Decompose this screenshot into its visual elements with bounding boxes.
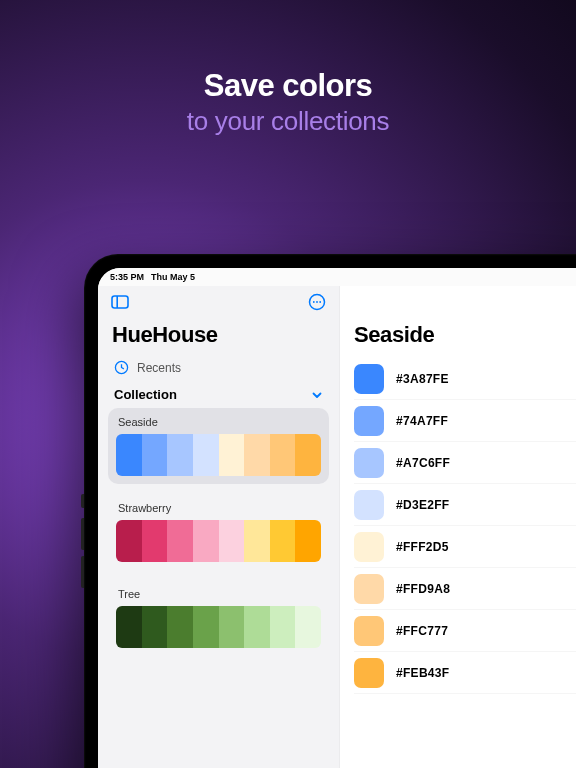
color-row[interactable]: #FFF2D5 xyxy=(354,526,576,568)
headline-subtitle: to your collections xyxy=(0,106,576,137)
collection-swatch-strip xyxy=(116,520,321,562)
status-date: Thu May 5 xyxy=(151,272,195,282)
svg-point-3 xyxy=(313,301,315,303)
color-hex: #FFD9A8 xyxy=(396,582,576,596)
svg-point-4 xyxy=(316,301,318,303)
ipad-frame: 5:35 PM Thu May 5 xyxy=(84,254,576,768)
swatch xyxy=(270,434,296,476)
status-time: 5:35 PM xyxy=(110,272,144,282)
color-swatch xyxy=(354,406,384,436)
volume-up-button xyxy=(81,518,84,550)
swatch xyxy=(142,434,168,476)
status-bar: 5:35 PM Thu May 5 xyxy=(98,268,576,286)
collection-swatch-strip xyxy=(116,606,321,648)
color-swatch xyxy=(354,448,384,478)
swatch xyxy=(244,434,270,476)
swatch xyxy=(219,434,245,476)
detail-toolbar: Edit xyxy=(340,286,576,318)
collection-section-header[interactable]: Collection xyxy=(98,385,339,408)
sidebar-toggle-icon[interactable] xyxy=(110,292,130,312)
swatch xyxy=(295,520,321,562)
color-hex: #A7C6FF xyxy=(396,456,576,470)
swatch xyxy=(193,520,219,562)
swatch xyxy=(142,520,168,562)
recents-label: Recents xyxy=(137,361,181,375)
swatch xyxy=(167,606,193,648)
color-hex: #3A87FE xyxy=(396,372,576,386)
swatch xyxy=(116,520,142,562)
collection-card[interactable]: Seaside xyxy=(108,408,329,484)
color-row[interactable]: #74A7FF xyxy=(354,400,576,442)
sidebar-toolbar xyxy=(98,286,339,318)
color-hex: #FFF2D5 xyxy=(396,540,576,554)
chevron-down-icon xyxy=(311,389,323,401)
svg-rect-0 xyxy=(112,296,128,308)
color-hex: #74A7FF xyxy=(396,414,576,428)
headline-title: Save colors xyxy=(0,68,576,104)
more-icon[interactable] xyxy=(307,292,327,312)
swatch xyxy=(193,606,219,648)
swatch xyxy=(142,606,168,648)
color-row[interactable]: #FFC777 xyxy=(354,610,576,652)
collection-section-label: Collection xyxy=(114,387,177,402)
swatch xyxy=(244,606,270,648)
swatch xyxy=(244,520,270,562)
sidebar: HueHouse Recents Collection SeasideSt xyxy=(98,286,340,768)
color-hex: #FFC777 xyxy=(396,624,576,638)
collection-card[interactable]: Strawberry xyxy=(108,494,329,570)
color-swatch xyxy=(354,364,384,394)
volume-down-button xyxy=(81,556,84,588)
collection-name: Tree xyxy=(116,588,321,606)
color-swatch xyxy=(354,574,384,604)
screen: 5:35 PM Thu May 5 xyxy=(98,268,576,768)
color-row[interactable]: #FEB43F xyxy=(354,652,576,694)
split-view: HueHouse Recents Collection SeasideSt xyxy=(98,286,576,768)
swatch xyxy=(167,520,193,562)
swatch xyxy=(295,434,321,476)
detail-pane: Edit Seaside #3A87FE#74A7FF#A7C6FF#D3E2F… xyxy=(340,286,576,768)
clock-icon xyxy=(114,360,129,375)
color-swatch xyxy=(354,490,384,520)
detail-title: Seaside xyxy=(340,318,576,358)
svg-point-5 xyxy=(319,301,321,303)
color-swatch xyxy=(354,616,384,646)
color-row[interactable]: #3A87FE xyxy=(354,358,576,400)
recents-row[interactable]: Recents xyxy=(98,354,339,385)
collection-name: Seaside xyxy=(116,416,321,434)
color-swatch xyxy=(354,532,384,562)
swatch xyxy=(193,434,219,476)
collection-list: SeasideStrawberryTree xyxy=(98,408,339,656)
promo-stage: Save colors to your collections 5:35 PM … xyxy=(0,0,576,768)
swatch xyxy=(219,520,245,562)
color-row[interactable]: #FFD9A8 xyxy=(354,568,576,610)
collection-name: Strawberry xyxy=(116,502,321,520)
collection-swatch-strip xyxy=(116,434,321,476)
color-hex: #D3E2FF xyxy=(396,498,576,512)
color-swatch xyxy=(354,658,384,688)
headline: Save colors to your collections xyxy=(0,0,576,137)
color-row[interactable]: #A7C6FF xyxy=(354,442,576,484)
swatch xyxy=(167,434,193,476)
swatch xyxy=(270,606,296,648)
collection-card[interactable]: Tree xyxy=(108,580,329,656)
swatch xyxy=(116,606,142,648)
color-row[interactable]: #D3E2FF xyxy=(354,484,576,526)
app-title: HueHouse xyxy=(98,318,339,354)
swatch xyxy=(219,606,245,648)
color-list: #3A87FE#74A7FF#A7C6FF#D3E2FF#FFF2D5#FFD9… xyxy=(340,358,576,694)
swatch xyxy=(116,434,142,476)
swatch xyxy=(270,520,296,562)
swatch xyxy=(295,606,321,648)
color-hex: #FEB43F xyxy=(396,666,576,680)
power-button xyxy=(81,494,84,508)
